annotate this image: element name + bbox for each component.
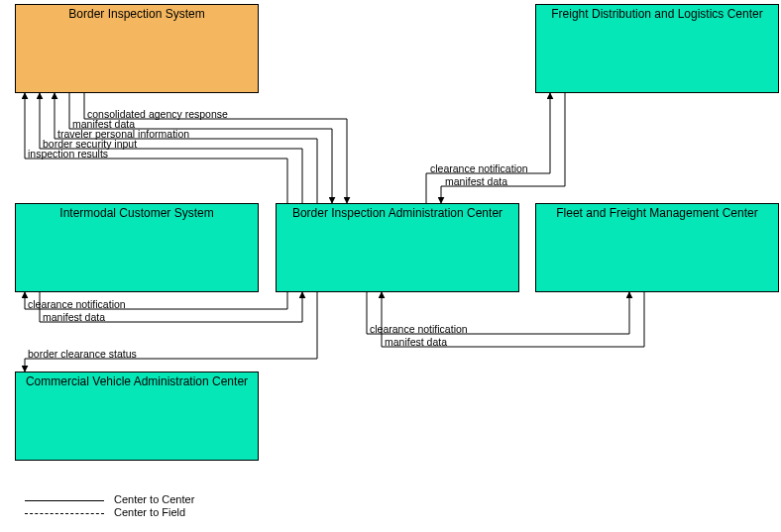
flow-label-border-security-input: border security input [43, 138, 137, 150]
node-freight-distribution-logistics-center: Freight Distribution and Logistics Cente… [535, 4, 779, 93]
node-label: Border Inspection System [68, 7, 204, 21]
legend-label-center-to-center: Center to Center [114, 493, 194, 505]
node-fleet-freight-management-center: Fleet and Freight Management Center [535, 203, 779, 292]
flow-label-manifest-data-bis: manifest data [72, 118, 135, 130]
legend-line-solid [25, 500, 104, 501]
node-intermodal-customer-system: Intermodal Customer System [15, 203, 259, 292]
flow-label-clearance-notification-ics: clearance notification [28, 298, 126, 310]
flow-label-consolidated-agency-response: consolidated agency response [87, 108, 228, 120]
flow-label-clearance-notification-fdlc: clearance notification [430, 162, 528, 174]
legend-line-dashed [25, 513, 104, 514]
flow-label-manifest-data-fdlc: manifest data [445, 175, 507, 187]
node-label: Intermodal Customer System [59, 206, 213, 220]
flow-label-clearance-notification-ffmc: clearance notification [370, 323, 468, 335]
node-border-inspection-administration-center: Border Inspection Administration Center [276, 203, 519, 292]
node-commercial-vehicle-administration-center: Commercial Vehicle Administration Center [15, 372, 259, 461]
flow-label-manifest-data-ffmc: manifest data [385, 336, 447, 348]
node-label: Freight Distribution and Logistics Cente… [551, 7, 762, 21]
flow-label-manifest-data-ics: manifest data [43, 311, 105, 323]
legend-label-center-to-field: Center to Field [114, 506, 185, 518]
flow-label-traveler-personal-information: traveler personal information [57, 128, 189, 140]
flow-label-border-clearance-status: border clearance status [28, 348, 137, 360]
flow-label-inspection-results: inspection results [28, 148, 108, 160]
node-label: Commercial Vehicle Administration Center [26, 374, 248, 388]
node-border-inspection-system: Border Inspection System [15, 4, 259, 93]
node-label: Fleet and Freight Management Center [556, 206, 757, 220]
node-label: Border Inspection Administration Center [292, 206, 502, 220]
